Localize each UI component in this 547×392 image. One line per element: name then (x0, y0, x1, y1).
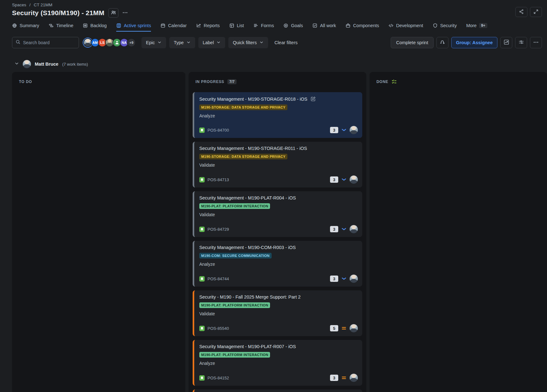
tab-reports[interactable]: Reports (196, 20, 220, 32)
epic-dropdown[interactable]: Epic (141, 37, 166, 48)
summary-icon (12, 23, 17, 28)
story-icon (199, 177, 205, 182)
group-by-assignee-button[interactable]: Group: Assignee (451, 37, 497, 48)
tab-forms[interactable]: Forms (253, 20, 274, 32)
assignee-avatar[interactable] (350, 225, 358, 233)
edit-summary-icon[interactable] (310, 96, 316, 102)
tab-label: Summary (20, 23, 39, 28)
components-icon (346, 23, 351, 28)
assignee-avatar[interactable] (350, 324, 358, 332)
tab-active-sprints[interactable]: Active sprints (116, 20, 151, 32)
swimlane-header[interactable]: Matt Bruce (7 work items) (15, 60, 88, 68)
share-button[interactable] (515, 7, 527, 17)
tab-components[interactable]: Components (346, 20, 379, 32)
board-more-button[interactable] (530, 37, 542, 48)
estimate-badge: 3 (330, 127, 338, 133)
avatar-overflow[interactable]: +9 (127, 38, 136, 47)
card-pos-84713[interactable]: Security Management - M190-STORAGE-R011 … (193, 142, 362, 187)
card-key: POS-84744 (207, 276, 229, 281)
column-title: TO DO (19, 80, 32, 84)
more-count-badge: 9+ (479, 23, 487, 28)
tab-backlog[interactable]: Backlog (83, 20, 107, 32)
security-icon (433, 23, 438, 28)
development-icon (388, 23, 394, 28)
quick-filters-dropdown[interactable]: Quick filters (228, 37, 268, 48)
tab-security[interactable]: Security (433, 20, 457, 32)
story-icon (199, 375, 205, 381)
tab-goals[interactable]: Goals (283, 20, 303, 32)
priority-low-icon (341, 276, 347, 282)
loop-button[interactable] (436, 37, 448, 48)
card-label-badge: M190-STORAGE: DATA STORAGE AND PRIVACY (199, 154, 287, 159)
tab-timeline[interactable]: Timeline (49, 20, 73, 32)
expand-button[interactable] (530, 7, 542, 17)
search-icon (15, 39, 21, 46)
card-pos-84729[interactable]: Security Management - M190-PLAT-R004 - i… (193, 191, 362, 237)
board-people-button[interactable] (108, 8, 118, 18)
card-label-badge: M190-PLAT: PLATFORM INTERACTION (199, 352, 270, 358)
reports-icon (196, 23, 201, 28)
complete-sprint-button[interactable]: Complete sprint (391, 37, 434, 48)
card-key: POS-84729 (207, 227, 229, 232)
card-status: Analyze (199, 361, 358, 366)
clear-filters-button[interactable]: Clear filters (274, 40, 298, 45)
assignee-avatar[interactable] (350, 374, 358, 382)
card-title: Security Management - M190-PLAT-R004 - i… (199, 195, 296, 200)
tab-summary[interactable]: Summary (12, 20, 39, 32)
tab-all-work[interactable]: All work (312, 20, 336, 32)
card-status: Validate (199, 163, 358, 168)
tab-label: Active sprints (124, 23, 151, 28)
sliders-icon (518, 39, 524, 46)
type-dropdown[interactable]: Type (169, 37, 195, 48)
backlog-icon (83, 23, 88, 28)
tab-label: More (466, 23, 477, 28)
card-key: POS-84713 (207, 177, 229, 182)
tab-calendar[interactable]: Calendar (160, 20, 187, 32)
search-input[interactable] (23, 40, 70, 45)
story-icon (199, 276, 205, 282)
all-work-icon (312, 23, 317, 28)
list-icon (229, 23, 234, 28)
card-status: Analyze (199, 262, 358, 267)
board-card-partial[interactable] (193, 389, 362, 392)
view-settings-button[interactable] (515, 37, 527, 48)
priority-medium-icon (341, 375, 347, 381)
tab-label: Forms (261, 23, 274, 28)
dropdown-label: Label (203, 40, 214, 45)
insights-chart-icon (503, 39, 509, 46)
breadcrumb-project[interactable]: CT 21MM (34, 3, 52, 7)
tab-label: Backlog (90, 23, 107, 28)
label-dropdown[interactable]: Label (198, 37, 225, 48)
card-key: POS-84152 (207, 376, 229, 380)
assignee-avatar[interactable] (350, 126, 358, 134)
more-horizontal-icon (122, 10, 128, 16)
breadcrumb-spaces[interactable]: Spaces (12, 3, 26, 7)
share-icon (519, 9, 524, 15)
tab-more[interactable]: More9+ (466, 20, 487, 32)
tab-list[interactable]: List (229, 20, 244, 32)
card-label-badge: M190-STORAGE: DATA STORAGE AND PRIVACY (199, 104, 287, 110)
search-board-field[interactable] (12, 37, 79, 48)
tab-development[interactable]: Development (388, 20, 423, 32)
card-pos-84152[interactable]: Security Management - M190-PLAT-R007 - i… (193, 340, 362, 386)
card-pos-84744[interactable]: Security Management - M190-COM-R003 - iO… (193, 241, 362, 287)
card-key: POS-85540 (207, 326, 229, 331)
tab-label: Calendar (168, 23, 187, 28)
priority-low-icon (341, 127, 347, 133)
card-pos-85540[interactable]: Security - M190 - Fall 2025 Merge Suppor… (193, 290, 362, 336)
board-toolbar: AMLSNA+9 EpicTypeLabelQuick filters Clea… (12, 37, 542, 49)
card-pos-84700[interactable]: Security Management - M190-STORAGE-R018 … (193, 92, 362, 138)
chevron-down-icon[interactable] (15, 61, 19, 67)
assignee-avatar[interactable] (350, 175, 358, 184)
card-title: Security Management - M190-COM-R003 - iO… (199, 245, 296, 250)
board-page: Spaces / CT 21MM Security (S190/M190) - … (0, 0, 547, 392)
card-key: POS-84700 (207, 128, 229, 133)
card-status: Validate (199, 311, 358, 316)
tab-label: Timeline (56, 23, 73, 28)
checklist-icon (391, 79, 397, 85)
assignee-avatar[interactable] (350, 275, 358, 283)
insights-button[interactable] (500, 37, 512, 48)
column-title: DONE (376, 80, 388, 84)
tab-label: Reports (204, 23, 220, 28)
header-more-button[interactable] (122, 10, 128, 16)
